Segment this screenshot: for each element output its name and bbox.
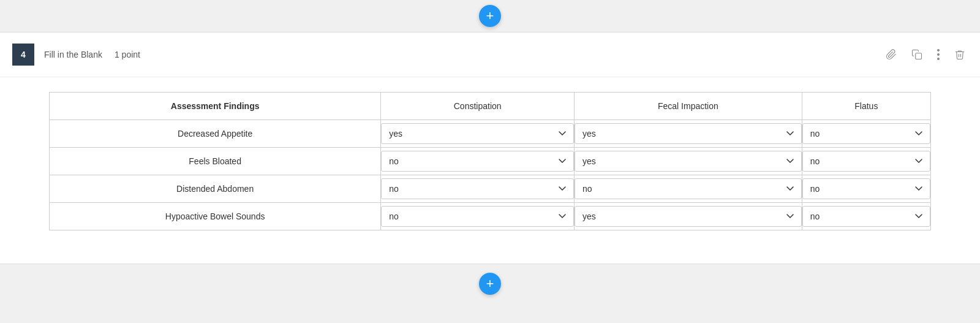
add-button-bottom[interactable]: + [479, 273, 501, 295]
select-flatus-1[interactable]: yesno [802, 151, 930, 172]
select-constipation-1[interactable]: yesno [381, 151, 574, 172]
cell-fecal_impaction-1: yesno [575, 148, 802, 175]
page-wrapper: + 4 Fill in the Blank 1 point [0, 0, 980, 323]
row-label-3: Hypoactive Bowel Sounds [50, 203, 381, 230]
col-header-fecal: Fecal Impaction [575, 93, 802, 120]
select-flatus-0[interactable]: yesno [802, 123, 930, 144]
question-type: Fill in the Blank [44, 50, 102, 59]
cell-constipation-1: yesno [381, 148, 575, 175]
delete-button[interactable] [952, 47, 968, 63]
cell-flatus-2: yesno [802, 175, 930, 203]
select-fecal_impaction-3[interactable]: yesno [575, 206, 802, 227]
question-header: 4 Fill in the Blank 1 point [0, 32, 980, 77]
table-header-row: Assessment Findings Constipation Fecal I… [50, 93, 931, 120]
cell-fecal_impaction-2: yesno [575, 175, 802, 203]
clip-button[interactable] [883, 47, 899, 63]
add-button-top[interactable]: + [479, 5, 501, 27]
cell-flatus-3: yesno [802, 203, 930, 230]
cell-flatus-0: yesno [802, 120, 930, 148]
assessment-table: Assessment Findings Constipation Fecal I… [49, 92, 931, 230]
duplicate-button[interactable] [909, 47, 925, 63]
question-points: 1 point [115, 50, 140, 59]
cell-constipation-2: yesno [381, 175, 575, 203]
add-button-top-container: + [479, 5, 501, 27]
cell-fecal_impaction-3: yesno [575, 203, 802, 230]
table-row: Hypoactive Bowel Soundsyesnoyesnoyesno [50, 203, 931, 230]
svg-rect-0 [916, 53, 922, 59]
clip-icon [886, 49, 897, 60]
cell-constipation-3: yesno [381, 203, 575, 230]
cell-constipation-0: yesno [381, 120, 575, 148]
cell-flatus-1: yesno [802, 148, 930, 175]
row-label-1: Feels Bloated [50, 148, 381, 175]
select-fecal_impaction-0[interactable]: yesno [575, 123, 802, 144]
select-constipation-3[interactable]: yesno [381, 206, 574, 227]
cell-fecal_impaction-0: yesno [575, 120, 802, 148]
table-container: Assessment Findings Constipation Fecal I… [49, 92, 931, 230]
row-label-0: Decreased Appetite [50, 120, 381, 148]
delete-icon [954, 49, 965, 60]
question-block: 4 Fill in the Blank 1 point [0, 32, 980, 264]
duplicate-icon [911, 49, 922, 60]
col-header-flatus: Flatus [802, 93, 930, 120]
header-actions [883, 47, 968, 63]
col-header-constipation: Constipation [381, 93, 575, 120]
col-header-findings: Assessment Findings [50, 93, 381, 120]
select-flatus-3[interactable]: yesno [802, 206, 930, 227]
more-icon [937, 49, 940, 60]
table-row: Distended Abdomenyesnoyesnoyesno [50, 175, 931, 203]
more-button[interactable] [935, 47, 942, 63]
table-row: Decreased Appetiteyesnoyesnoyesno [50, 120, 931, 148]
select-flatus-2[interactable]: yesno [802, 178, 930, 199]
select-constipation-0[interactable]: yesno [381, 123, 574, 144]
question-number: 4 [12, 44, 34, 66]
row-label-2: Distended Abdomen [50, 175, 381, 203]
select-fecal_impaction-1[interactable]: yesno [575, 151, 802, 172]
select-constipation-2[interactable]: yesno [381, 178, 574, 199]
table-row: Feels Bloatedyesnoyesnoyesno [50, 148, 931, 175]
add-button-bottom-container: + [479, 273, 501, 295]
select-fecal_impaction-2[interactable]: yesno [575, 178, 802, 199]
